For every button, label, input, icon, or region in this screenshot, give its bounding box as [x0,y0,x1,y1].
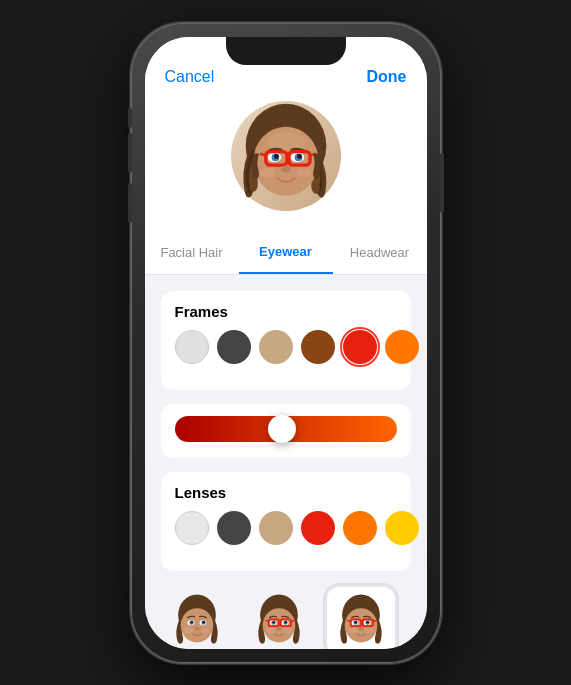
tab-facial-hair[interactable]: Facial Hair [145,231,239,274]
done-button[interactable]: Done [367,68,407,86]
svg-point-41 [276,627,281,630]
frames-color-red[interactable] [343,330,377,364]
svg-point-25 [194,627,199,630]
svg-point-58 [348,627,357,632]
svg-point-23 [190,621,193,624]
preview-row [161,585,411,649]
frames-color-tan[interactable] [259,330,293,364]
frames-color-white[interactable] [175,330,209,364]
avatar [231,101,341,211]
preview-item-3[interactable] [325,585,397,649]
lenses-color-yellow[interactable] [385,511,419,545]
phone-screen: Cancel Done [145,37,427,649]
preview-memoji-1 [167,591,227,649]
frames-color-row [175,330,397,364]
svg-point-35 [284,621,287,624]
lenses-label: Lenses [175,484,397,501]
svg-point-16 [296,168,311,178]
notch [226,37,346,65]
tab-bar: Facial Hair Eyewear Headwear [145,231,427,275]
svg-point-26 [184,627,193,632]
tab-eyewear[interactable]: Eyewear [239,231,333,274]
lenses-section: Lenses [161,472,411,571]
slider-section [161,404,411,458]
preview-memoji-2 [249,591,309,649]
svg-point-18 [180,608,213,642]
svg-point-24 [202,621,205,624]
lenses-color-row [175,511,397,545]
frames-color-brown[interactable] [301,330,335,364]
frames-label: Frames [175,303,397,320]
lenses-color-red[interactable] [301,511,335,545]
tab-headwear[interactable]: Headwear [333,231,427,274]
cancel-button[interactable]: Cancel [165,68,215,86]
svg-point-57 [358,627,363,630]
svg-point-42 [266,627,275,632]
svg-point-51 [366,621,369,624]
svg-point-34 [272,621,275,624]
frames-color-dark-gray[interactable] [217,330,251,364]
silent-switch [128,108,132,128]
memoji-face [231,96,341,216]
svg-point-50 [354,621,357,624]
power-button [440,153,444,213]
volume-down-button [128,183,132,223]
screen-content: Cancel Done [145,37,427,649]
svg-point-59 [365,627,374,632]
preview-item-1[interactable] [161,585,233,649]
lenses-color-tan[interactable] [259,511,293,545]
phone-frame: Cancel Done [131,23,441,663]
lenses-color-orange[interactable] [343,511,377,545]
svg-point-43 [283,627,292,632]
lenses-color-dark-gray[interactable] [217,511,251,545]
scroll-content: Frames Len [145,275,427,649]
frames-section: Frames [161,291,411,390]
volume-up-button [128,133,132,173]
svg-point-15 [260,168,275,178]
svg-point-27 [201,627,210,632]
frames-color-orange[interactable] [385,330,419,364]
preview-item-2[interactable] [243,585,315,649]
lenses-color-white[interactable] [175,511,209,545]
preview-memoji-3 [331,591,391,649]
shade-slider[interactable] [175,416,397,442]
avatar-area [145,85,427,231]
svg-point-8 [297,154,302,159]
svg-point-7 [274,154,279,159]
